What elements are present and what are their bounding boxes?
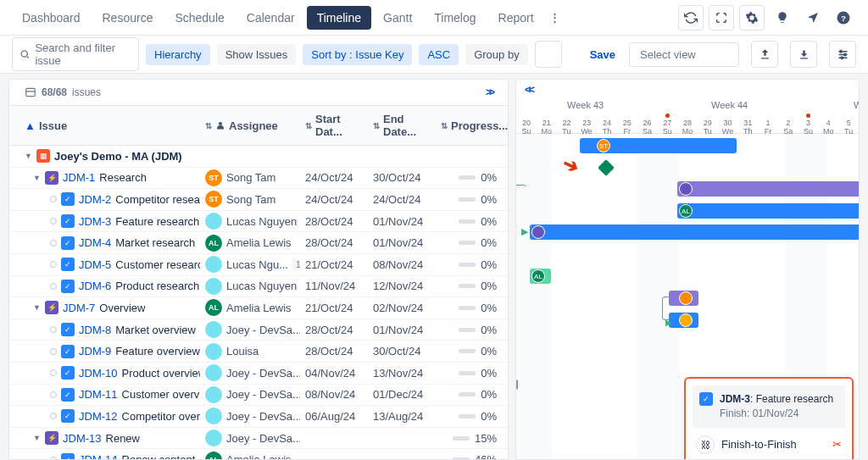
chevron-down-icon[interactable]: ▼ bbox=[25, 152, 32, 160]
issue-key[interactable]: JDM-14 bbox=[79, 453, 118, 459]
chevron-down-icon[interactable]: ▼ bbox=[33, 303, 41, 312]
end-date: 30/Oct/24 bbox=[368, 343, 436, 359]
collapse-panel-icon[interactable]: >> bbox=[486, 86, 492, 98]
table-row[interactable]: ✓JDM-11Customer overvi...Joey - DevSa...… bbox=[9, 385, 508, 407]
project-row[interactable]: ▼ ▦ Joey's Demo - MA (JDM) bbox=[9, 146, 508, 168]
sync-icon[interactable] bbox=[678, 5, 704, 30]
show-issues-button[interactable]: Show Issues bbox=[217, 44, 297, 65]
search-input[interactable]: Search and filter issue bbox=[12, 37, 139, 71]
hierarchy-button[interactable]: Hierarchy bbox=[146, 44, 210, 65]
issue-key[interactable]: JDM-10 bbox=[79, 367, 118, 380]
issue-key[interactable]: JDM-8 bbox=[79, 324, 111, 336]
issue-key[interactable]: JDM-7 bbox=[63, 302, 95, 314]
nav-tab-schedule[interactable]: Schedule bbox=[164, 6, 234, 30]
progress-bar bbox=[459, 175, 476, 180]
issue-key[interactable]: JDM-13 bbox=[63, 432, 102, 445]
popover-card-source[interactable]: ✓ JDM-3: Feature research Finish: 01/Nov… bbox=[693, 385, 845, 428]
col-assignee[interactable]: ⇅Assignee bbox=[200, 106, 300, 145]
day-column: 5Tu bbox=[838, 114, 859, 136]
table-row[interactable]: ✓JDM-9Feature overviewLouisa28/Oct/2430/… bbox=[9, 341, 508, 363]
issue-key[interactable]: JDM-9 bbox=[79, 345, 111, 357]
more-menu-icon[interactable]: ⋮ bbox=[544, 6, 565, 29]
issue-key[interactable]: JDM-2 bbox=[79, 193, 111, 206]
relation-row[interactable]: ⛓ Finish-to-Finish ✂ bbox=[693, 433, 845, 457]
end-date: 08/Nov/24 bbox=[368, 257, 436, 273]
day-column: 1Fr bbox=[758, 114, 778, 136]
row-dot bbox=[50, 391, 57, 398]
chevron-down-icon[interactable]: ▼ bbox=[33, 174, 41, 182]
sort-by-button[interactable]: Sort by : Issue Key bbox=[303, 44, 412, 65]
table-row[interactable]: ▼⚡JDM-1ResearchSTSong Tam24/Oct/2430/Oct… bbox=[9, 168, 508, 190]
issue-key[interactable]: JDM-3 bbox=[79, 215, 111, 228]
issue-key[interactable]: JDM-5 bbox=[79, 258, 111, 271]
help-icon[interactable]: ? bbox=[831, 5, 856, 30]
nav-tab-resource[interactable]: Resource bbox=[92, 6, 164, 30]
fullscreen-icon[interactable] bbox=[709, 5, 734, 30]
assignee-name: Lucas Ngu... bbox=[226, 258, 288, 271]
table-row[interactable]: ✓JDM-12Competitor over...Joey - DevSa...… bbox=[9, 406, 508, 428]
table-row[interactable]: ✓JDM-6Product researchLucas Nguyen11/Nov… bbox=[9, 276, 508, 298]
assignee-name: Song Tam bbox=[226, 171, 275, 184]
count-label: issues bbox=[72, 86, 101, 98]
gantt-bar[interactable] bbox=[677, 181, 860, 197]
progress-bar bbox=[459, 328, 476, 332]
issue-key[interactable]: JDM-12 bbox=[79, 410, 118, 423]
task-icon: ✓ bbox=[61, 345, 75, 358]
filter-icon[interactable] bbox=[535, 41, 562, 68]
nav-tab-gantt[interactable]: Gantt bbox=[373, 6, 422, 30]
table-row[interactable]: ✓JDM-3Feature researchLucas Nguyen28/Oct… bbox=[9, 211, 508, 233]
issue-summary: Customer research bbox=[115, 258, 200, 271]
table-row[interactable]: ✓JDM-10Product overviewJoey - DevSa...04… bbox=[9, 363, 508, 385]
download-icon[interactable] bbox=[790, 41, 817, 68]
gantt-bar[interactable] bbox=[530, 224, 860, 240]
progress-value: 0% bbox=[481, 410, 497, 423]
issue-key[interactable]: JDM-1 bbox=[63, 171, 95, 184]
table-row[interactable]: ▼⚡JDM-13RenewJoey - DevSa...15% bbox=[9, 428, 508, 450]
task-icon: ✓ bbox=[61, 192, 75, 206]
day-column: 30We bbox=[718, 114, 738, 136]
nav-tab-dashboard[interactable]: Dashboard bbox=[12, 6, 91, 30]
table-row[interactable]: ✓JDM-4Market researchALAmelia Lewis28/Oc… bbox=[9, 232, 508, 254]
progress-value: 0% bbox=[481, 324, 497, 336]
assignee-name: Joey - DevSa... bbox=[226, 388, 300, 401]
select-view-dropdown[interactable]: Select view bbox=[629, 42, 739, 67]
row-dot bbox=[50, 457, 57, 459]
timeline-body[interactable]: ST ➔ AL ▶ AL ▶ ✓ bbox=[516, 134, 859, 460]
nav-tab-calendar[interactable]: Calendar bbox=[236, 6, 305, 30]
table-row[interactable]: ▼⚡JDM-7OverviewALAmelia Lewis21/Oct/2402… bbox=[9, 297, 508, 319]
table-row[interactable]: ✓JDM-2Competitor resea...STSong Tam24/Oc… bbox=[9, 189, 508, 211]
avatar: AL bbox=[205, 299, 222, 316]
upload-icon[interactable] bbox=[751, 41, 778, 68]
unlink-icon[interactable]: ✂ bbox=[832, 438, 842, 451]
settings-icon[interactable] bbox=[739, 5, 765, 30]
top-nav: DashboardResourceScheduleCalendarTimelin… bbox=[0, 0, 868, 36]
assignee-name: Amelia Lewis bbox=[226, 302, 292, 314]
nav-tab-timeline[interactable]: Timeline bbox=[307, 6, 371, 30]
col-progress[interactable]: ⇅Progress... bbox=[436, 106, 502, 145]
avatar bbox=[205, 321, 222, 338]
table-row[interactable]: ✓JDM-8Market overviewJoey - DevSa...28/O… bbox=[9, 319, 508, 341]
milestone-diamond[interactable] bbox=[598, 159, 615, 176]
table-row[interactable]: ✓JDM-5Customer researchLucas Ngu...1+21/… bbox=[9, 254, 508, 276]
nav-tab-report[interactable]: Report bbox=[488, 6, 544, 30]
nav-tab-timelog[interactable]: Timelog bbox=[424, 6, 486, 30]
col-start[interactable]: ⇅Start Dat... bbox=[300, 106, 368, 145]
gantt-bar[interactable] bbox=[677, 203, 860, 219]
table-row[interactable]: ✓JDM-14Renew contentALAmelia Lewis46% bbox=[9, 449, 508, 459]
avatar bbox=[205, 213, 222, 230]
col-end[interactable]: ⇅End Date... bbox=[368, 106, 436, 145]
group-by-button[interactable]: Group by bbox=[465, 44, 527, 65]
expand-panel-icon[interactable]: << bbox=[525, 83, 532, 96]
sort-dir-button[interactable]: ASC bbox=[419, 44, 459, 65]
save-button[interactable]: Save bbox=[590, 48, 615, 61]
idea-icon[interactable] bbox=[770, 5, 795, 30]
start-date: 08/Nov/24 bbox=[300, 386, 368, 402]
day-column: 3Su bbox=[798, 114, 819, 136]
issue-key[interactable]: JDM-6 bbox=[79, 280, 111, 292]
chevron-down-icon[interactable]: ▼ bbox=[33, 434, 41, 442]
issue-key[interactable]: JDM-11 bbox=[79, 388, 118, 401]
col-issue[interactable]: ▲Issue bbox=[9, 106, 200, 145]
notification-icon[interactable] bbox=[800, 5, 826, 30]
sliders-icon[interactable] bbox=[829, 41, 856, 68]
issue-key[interactable]: JDM-4 bbox=[79, 236, 111, 249]
